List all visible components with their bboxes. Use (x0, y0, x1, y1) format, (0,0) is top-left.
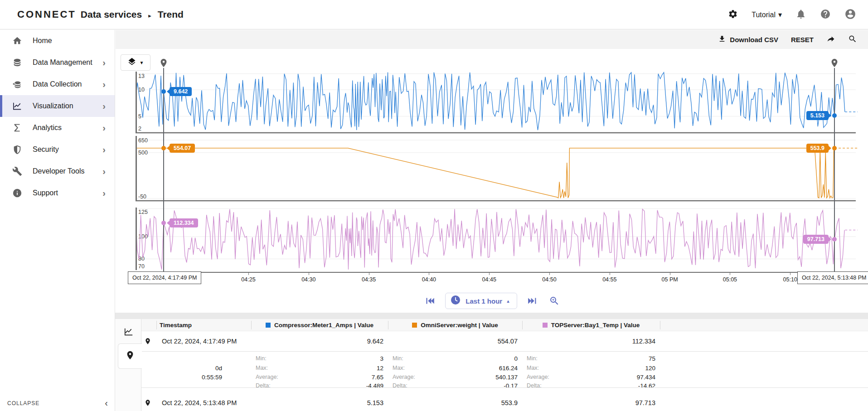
stat-value: -0.17 (388, 382, 518, 389)
chart-panel-omniserver-weight: 650500-50 (136, 136, 858, 202)
breadcrumb-separator-icon: ▸ (148, 12, 151, 19)
row-value: 9.642 (251, 338, 383, 345)
settings-button[interactable] (728, 9, 738, 21)
caret-down-icon: ▾ (778, 10, 782, 19)
panel-divider (115, 313, 868, 319)
column-header-timestamp[interactable]: Timestamp (160, 319, 252, 331)
stat-value: 75 (522, 355, 655, 362)
sidebar-item-visualization[interactable]: Visualization› (0, 95, 115, 117)
account-button[interactable] (844, 8, 856, 22)
value-badge-start: 112.334 (170, 218, 198, 227)
sidebar-item-label: Visualization (33, 102, 73, 110)
notifications-button[interactable] (795, 9, 806, 21)
value-badge-end: 97.713 (803, 235, 829, 244)
sidebar-item-security[interactable]: Security› (0, 139, 115, 160)
time-range-label: Last 1 hour (466, 297, 502, 305)
sidebar-item-label: Analytics (33, 124, 62, 132)
series-color-swatch (543, 323, 548, 328)
time-range-selector[interactable]: Last 1 hour ▴ (445, 293, 517, 309)
tab-markers[interactable] (118, 343, 142, 369)
time-tick-label: 04:35 (362, 276, 376, 283)
page-title: Trend (158, 9, 184, 20)
marker-pin-start[interactable] (159, 58, 169, 70)
skip-to-end-button[interactable] (527, 295, 539, 307)
chevron-right-icon: › (102, 79, 106, 90)
panel-tabstrip (115, 319, 141, 411)
chart-panel-compressor-meter1-amps: 131052 (136, 72, 858, 134)
row-timestamp-end: Oct 22, 2024, 5:13:48 PM (162, 399, 237, 406)
home-icon (12, 35, 23, 46)
column-header-series-0[interactable]: Compressor:Meter1_Amps | Value (251, 319, 388, 331)
time-tick (369, 273, 369, 275)
database-icon (12, 57, 23, 68)
time-tick (610, 273, 610, 275)
time-tick-label: 05:10 (783, 276, 797, 283)
help-icon (820, 9, 831, 21)
marker-dot (161, 221, 166, 225)
marker-line-start[interactable] (163, 68, 164, 272)
tutorial-menu[interactable]: Tutorial ▾ (752, 10, 782, 19)
reset-button[interactable]: RESET (791, 36, 814, 44)
download-csv-button[interactable]: Download CSV (718, 35, 778, 44)
svg-text:70: 70 (138, 263, 145, 270)
skip-to-start-button[interactable] (423, 295, 435, 307)
time-tick-label: 04:45 (482, 276, 496, 283)
chart-layers-button[interactable]: ▼ (121, 54, 150, 71)
wrench-icon (12, 166, 23, 177)
column-header-series-2[interactable]: TOPServer:Bay1_Temp | Value (522, 319, 660, 331)
chart-toolbar: Download CSV RESET (116, 30, 868, 49)
trend-page: CONNECT Data services ▸ Trend Tutorial ▾ (0, 0, 868, 411)
chevron-right-icon: › (102, 58, 106, 68)
time-tick-label: 04:55 (602, 276, 616, 283)
sidebar-collapse-button[interactable]: COLLAPSE ‹ (7, 398, 108, 408)
row-value: 553.9 (388, 399, 518, 406)
chevron-right-icon: › (102, 145, 106, 155)
time-tick-label: 04:25 (241, 276, 255, 283)
svg-text:13: 13 (138, 73, 145, 79)
time-tick (790, 273, 790, 275)
stat-value: 3 (251, 355, 383, 362)
stat-value: 120 (522, 365, 655, 372)
column-separator (660, 321, 660, 329)
svg-text:2: 2 (138, 126, 141, 132)
value-badge-start: 9.642 (170, 87, 192, 96)
row-value: 5.153 (251, 399, 383, 406)
sidebar-item-label: Developer Tools (33, 167, 84, 175)
stat-value: 0 (388, 355, 518, 362)
row-divider (141, 387, 868, 388)
location-pin-icon (125, 350, 135, 362)
tab-trend-detail[interactable] (118, 323, 139, 343)
share-button[interactable] (826, 34, 835, 45)
marker-dot (161, 146, 166, 150)
marker-timestamp-box-end: Oct 22, 2024, 5:13:48 PM (797, 271, 868, 284)
zoom-in-button[interactable] (549, 295, 560, 306)
stat-value: -4.489 (251, 382, 383, 389)
sidebar-item-data-collection[interactable]: Data Collection› (0, 73, 115, 95)
sidebar-item-home[interactable]: Home (0, 30, 115, 52)
sidebar-item-data-management[interactable]: Data Management› (0, 52, 115, 73)
time-tick (730, 273, 730, 275)
help-button[interactable] (820, 9, 831, 21)
sidebar-item-developer-tools[interactable]: Developer Tools› (0, 160, 115, 182)
search-button[interactable] (848, 34, 857, 45)
marker-data-panel: TimestampCompressor:Meter1_Amps | ValueO… (115, 319, 868, 411)
chevron-right-icon: › (102, 166, 106, 177)
duration-days: 0d (165, 365, 222, 372)
column-header-series-1[interactable]: OmniServer:weight | Value (388, 319, 522, 331)
series-color-swatch (412, 323, 417, 328)
stat-value: 12 (251, 365, 383, 372)
sidebar-item-analytics[interactable]: Analytics› (0, 117, 115, 139)
svg-text:500: 500 (138, 150, 148, 156)
collapse-label: COLLAPSE (7, 400, 39, 406)
time-tick-label: 04:40 (422, 276, 436, 283)
share-icon (826, 34, 835, 45)
time-tick (429, 273, 429, 275)
row-value: 97.713 (522, 399, 655, 406)
clock-icon (450, 295, 461, 307)
stat-value: -14.62 (522, 382, 655, 389)
marker-pin-end[interactable] (829, 58, 839, 70)
marker-dot (832, 113, 837, 118)
sidebar-item-support[interactable]: Support› (0, 182, 115, 204)
info-icon (12, 188, 23, 198)
chart-panel-topserver-bay1-temp: 1251008070 (136, 208, 858, 272)
